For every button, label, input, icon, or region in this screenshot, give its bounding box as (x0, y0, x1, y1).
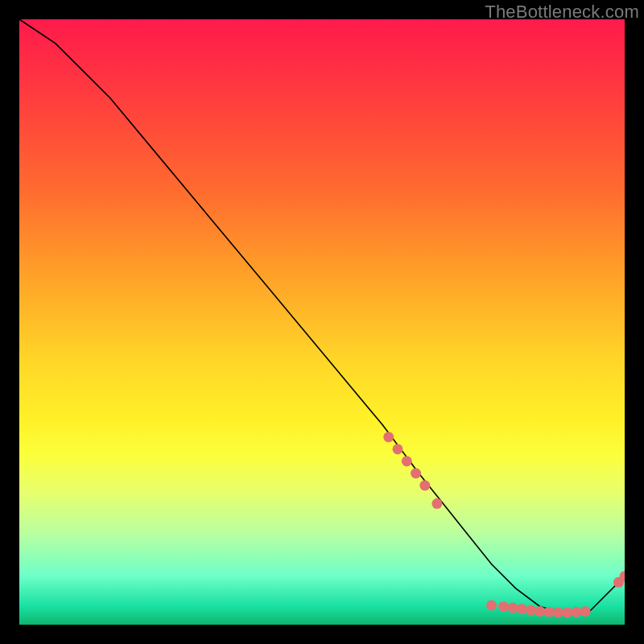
scatter-point (526, 605, 536, 615)
chart-container: TheBottleneck.com (0, 0, 644, 644)
scatter-point (393, 444, 403, 454)
scatter-point (580, 606, 591, 617)
scatter-point (498, 601, 509, 612)
scatter-point (402, 456, 412, 466)
scatter-point (411, 469, 421, 479)
scatter-point (535, 606, 545, 617)
scatter-point (486, 600, 497, 610)
scatter-points-group (383, 431, 625, 617)
scatter-point (419, 481, 430, 491)
bottleneck-curve-line (19, 19, 625, 613)
scatter-point (544, 607, 555, 617)
chart-svg-layer (19, 19, 625, 625)
scatter-point (571, 607, 581, 617)
scatter-point (517, 604, 527, 614)
scatter-point (507, 602, 518, 613)
scatter-point (562, 607, 572, 617)
scatter-point (553, 607, 564, 617)
scatter-point (383, 431, 394, 442)
watermark-text: TheBottleneck.com (485, 2, 639, 23)
scatter-point (431, 498, 442, 509)
